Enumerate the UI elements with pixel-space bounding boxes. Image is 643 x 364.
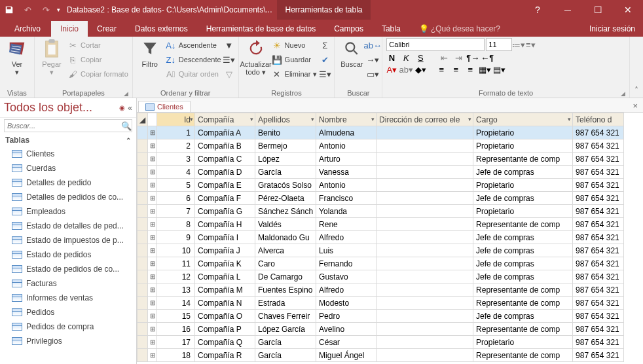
cell-telefono[interactable]: 987 654 321 bbox=[573, 179, 624, 192]
cell-telefono[interactable]: 987 654 321 bbox=[573, 336, 624, 349]
cell-telefono[interactable]: 987 654 321 bbox=[573, 139, 624, 153]
minimize-button[interactable]: ─ bbox=[553, 0, 583, 20]
cell-cargo[interactable]: Representante de comp bbox=[473, 153, 573, 166]
column-header-id[interactable]: Id▾ bbox=[157, 113, 195, 126]
cell-telefono[interactable]: 987 654 321 bbox=[573, 323, 624, 336]
cell-apellidos[interactable]: García bbox=[255, 336, 316, 349]
row-selector[interactable] bbox=[138, 323, 148, 336]
nav-item[interactable]: Facturas bbox=[0, 276, 136, 291]
cell-email[interactable] bbox=[377, 323, 473, 336]
expand-row-button[interactable]: ⊞ bbox=[148, 205, 157, 218]
help-button[interactable]: ? bbox=[523, 0, 553, 20]
font-color-button[interactable]: A▾ bbox=[386, 64, 397, 75]
select-button[interactable]: ▭▾ bbox=[367, 67, 378, 81]
cell-email[interactable] bbox=[377, 139, 473, 153]
cell-email[interactable] bbox=[377, 192, 473, 205]
bullets-button[interactable]: ≔▾ bbox=[513, 39, 524, 50]
align-center-button[interactable]: ≡ bbox=[450, 64, 461, 75]
table-row[interactable]: ⊞18Compañía RGarcíaMiguel ÁngelRepresent… bbox=[138, 349, 624, 362]
cell-compania[interactable]: Compañía M bbox=[195, 283, 255, 297]
increase-indent-button[interactable]: ⇥ bbox=[453, 52, 464, 63]
cell-cargo[interactable]: Jefe de compras bbox=[473, 310, 573, 323]
cell-email[interactable] bbox=[377, 336, 473, 349]
cell-telefono[interactable]: 987 654 321 bbox=[573, 231, 624, 244]
nav-item[interactable]: Estado de detalles de ped... bbox=[0, 219, 136, 233]
row-selector[interactable] bbox=[138, 139, 148, 153]
data-grid[interactable]: ◢ Id▾ Compañía▾ Apellidos▾ Nombre▾ Direc… bbox=[137, 113, 624, 362]
cell-telefono[interactable]: 987 654 321 bbox=[573, 126, 624, 139]
cell-apellidos[interactable]: García bbox=[255, 349, 316, 362]
cell-id[interactable]: 6 bbox=[157, 192, 195, 205]
table-row[interactable]: ⊞13Compañía MFuentes EspinoAlfredoRepres… bbox=[138, 283, 624, 297]
cell-email[interactable] bbox=[377, 166, 473, 179]
cell-nombre[interactable]: Almudena bbox=[316, 126, 377, 139]
font-name-combo[interactable] bbox=[386, 38, 485, 51]
row-selector[interactable] bbox=[138, 336, 148, 349]
cell-cargo[interactable]: Jefe de compras bbox=[473, 166, 573, 179]
replace-button[interactable]: ab↔ bbox=[367, 38, 378, 52]
cell-apellidos[interactable]: García bbox=[255, 166, 316, 179]
cell-cargo[interactable]: Propietario bbox=[473, 126, 573, 139]
chevron-down-icon[interactable]: ▾ bbox=[311, 116, 314, 122]
cell-compania[interactable]: Compañía K bbox=[195, 257, 255, 270]
cell-compania[interactable]: Compañía R bbox=[195, 349, 255, 362]
column-header-nombre[interactable]: Nombre▾ bbox=[316, 113, 377, 126]
cell-nombre[interactable]: Vanessa bbox=[316, 166, 377, 179]
row-selector[interactable] bbox=[138, 192, 148, 205]
decrease-indent-button[interactable]: ⇤ bbox=[439, 52, 449, 63]
fill-color-button[interactable]: ◆▾ bbox=[415, 64, 426, 75]
cell-apellidos[interactable]: Maldonado Gu bbox=[255, 231, 316, 244]
cell-id[interactable]: 11 bbox=[157, 257, 195, 270]
tell-me-box[interactable]: 💡 ¿Qué desea hacer? bbox=[410, 21, 509, 37]
expand-row-button[interactable]: ⊞ bbox=[148, 336, 157, 349]
table-row[interactable]: ⊞12Compañía LDe CamargoGustavoJefe de co… bbox=[138, 270, 624, 283]
totals-button[interactable]: Σ bbox=[320, 38, 330, 52]
cell-cargo[interactable]: Representante de comp bbox=[473, 323, 573, 336]
row-selector[interactable] bbox=[138, 218, 148, 231]
cell-id[interactable]: 1 bbox=[157, 126, 195, 139]
table-row[interactable]: ⊞2Compañía BBermejoAntonioPropietario987… bbox=[138, 139, 624, 153]
cell-nombre[interactable]: Miguel Ángel bbox=[316, 349, 377, 362]
cell-nombre[interactable]: Avelino bbox=[316, 323, 377, 336]
row-selector[interactable] bbox=[138, 297, 148, 310]
cell-email[interactable] bbox=[377, 231, 473, 244]
cell-compania[interactable]: Compañía I bbox=[195, 231, 255, 244]
dialog-launcher-icon[interactable]: ◢ bbox=[124, 90, 128, 97]
cell-apellidos[interactable]: Caro bbox=[255, 257, 316, 270]
table-row[interactable]: ⊞5Compañía EGratacós SolsoAntonioPropiet… bbox=[138, 179, 624, 192]
search-icon[interactable]: 🔍 bbox=[121, 120, 132, 131]
cell-id[interactable]: 14 bbox=[157, 297, 195, 310]
gridlines-button[interactable]: ▦▾ bbox=[479, 64, 490, 75]
cell-email[interactable] bbox=[377, 257, 473, 270]
nav-item[interactable]: Estado de pedidos de co... bbox=[0, 262, 136, 276]
cell-compania[interactable]: Compañía D bbox=[195, 166, 255, 179]
numbering-button[interactable]: ≡▾ bbox=[525, 39, 536, 50]
signin-link[interactable]: Iniciar sesión bbox=[580, 21, 643, 37]
row-selector[interactable] bbox=[138, 244, 148, 257]
cell-nombre[interactable]: Luis bbox=[316, 244, 377, 257]
cell-nombre[interactable]: Gustavo bbox=[316, 270, 377, 283]
cell-compania[interactable]: Compañía C bbox=[195, 153, 255, 166]
cell-id[interactable]: 3 bbox=[157, 153, 195, 166]
cell-nombre[interactable]: Arturo bbox=[316, 153, 377, 166]
ltr-button[interactable]: ¶→ bbox=[468, 52, 478, 63]
cell-email[interactable] bbox=[377, 179, 473, 192]
cell-compania[interactable]: Compañía P bbox=[195, 323, 255, 336]
cell-telefono[interactable]: 987 654 321 bbox=[573, 349, 624, 362]
rtl-button[interactable]: ←¶ bbox=[482, 52, 492, 63]
cell-cargo[interactable]: Representante de comp bbox=[473, 218, 573, 231]
cell-compania[interactable]: Compañía B bbox=[195, 139, 255, 153]
italic-button[interactable]: K bbox=[401, 52, 411, 63]
tab-home[interactable]: Inicio bbox=[51, 21, 88, 37]
alt-row-button[interactable]: ▤▾ bbox=[494, 64, 504, 75]
cell-apellidos[interactable]: De Camargo bbox=[255, 270, 316, 283]
cell-compania[interactable]: Compañía H bbox=[195, 218, 255, 231]
table-row[interactable]: ⊞14Compañía NEstradaModestoRepresentante… bbox=[138, 297, 624, 310]
collapse-ribbon-button[interactable]: ˄ bbox=[630, 37, 643, 98]
cell-nombre[interactable]: Alfredo bbox=[316, 283, 377, 297]
cell-apellidos[interactable]: Gratacós Solso bbox=[255, 179, 316, 192]
cell-email[interactable] bbox=[377, 205, 473, 218]
cell-cargo[interactable]: Representante de comp bbox=[473, 349, 573, 362]
cell-nombre[interactable]: Antonio bbox=[316, 179, 377, 192]
tab-file[interactable]: Archivo bbox=[4, 21, 51, 37]
